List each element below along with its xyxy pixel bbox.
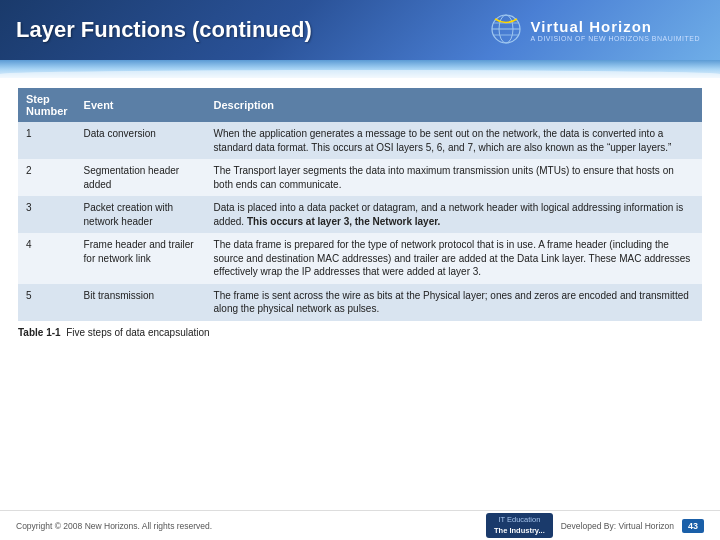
- cell-event: Packet creation with network header: [76, 196, 206, 233]
- page-header: Layer Functions (continued) Virtual Hori…: [0, 0, 720, 60]
- table-caption: Table 1-1 Five steps of data encapsulati…: [18, 327, 702, 338]
- page-footer: Copyright © 2008 New Horizons. All right…: [0, 510, 720, 540]
- cell-description: The data frame is prepared for the type …: [206, 233, 702, 284]
- table-row: 5Bit transmissionThe frame is sent acros…: [18, 284, 702, 321]
- cell-description: Data is placed into a data packet or dat…: [206, 196, 702, 233]
- cell-step: 3: [18, 196, 76, 233]
- footer-right-text: Developed By: Virtual Horizon: [561, 521, 674, 531]
- logo-tagline: A DIVISION OF NEW HORIZONS BNAUIMITED: [531, 35, 700, 42]
- logo-name: Virtual Horizon: [531, 18, 700, 35]
- page-title: Layer Functions (continued): [16, 17, 312, 43]
- cell-event: Segmentation header added: [76, 159, 206, 196]
- badge-line1: IT Education: [494, 515, 545, 526]
- cell-step: 2: [18, 159, 76, 196]
- table-row: 3Packet creation with network headerData…: [18, 196, 702, 233]
- cell-event: Bit transmission: [76, 284, 206, 321]
- cell-event: Data conversion: [76, 122, 206, 159]
- page-number: 43: [682, 519, 704, 533]
- table-caption-label: Table 1-1: [18, 327, 61, 338]
- data-table: Step Number Event Description 1Data conv…: [18, 88, 702, 321]
- cell-description: The Transport layer segments the data in…: [206, 159, 702, 196]
- table-row: 4Frame header and trailer for network li…: [18, 233, 702, 284]
- table-row: 2Segmentation header addedThe Transport …: [18, 159, 702, 196]
- footer-badge: IT Education The Industry...: [486, 513, 553, 538]
- table-header-row: Step Number Event Description: [18, 88, 702, 122]
- logo-area: Virtual Horizon A DIVISION OF NEW HORIZO…: [487, 14, 700, 46]
- cell-description: The frame is sent across the wire as bit…: [206, 284, 702, 321]
- copyright-text: Copyright © 2008 New Horizons. All right…: [16, 521, 212, 531]
- wave-decoration: [0, 60, 720, 78]
- cell-step: 1: [18, 122, 76, 159]
- main-content: Step Number Event Description 1Data conv…: [0, 78, 720, 346]
- cell-description: When the application generates a message…: [206, 122, 702, 159]
- globe-icon: [487, 14, 525, 44]
- col-header-event: Event: [76, 88, 206, 122]
- footer-right: IT Education The Industry... Developed B…: [486, 513, 704, 538]
- badge-line2: The Industry...: [494, 526, 545, 537]
- cell-event: Frame header and trailer for network lin…: [76, 233, 206, 284]
- cell-step: 4: [18, 233, 76, 284]
- table-caption-text: Five steps of data encapsulation: [66, 327, 209, 338]
- col-header-description: Description: [206, 88, 702, 122]
- cell-step: 5: [18, 284, 76, 321]
- table-row: 1Data conversionWhen the application gen…: [18, 122, 702, 159]
- col-header-step: Step Number: [18, 88, 76, 122]
